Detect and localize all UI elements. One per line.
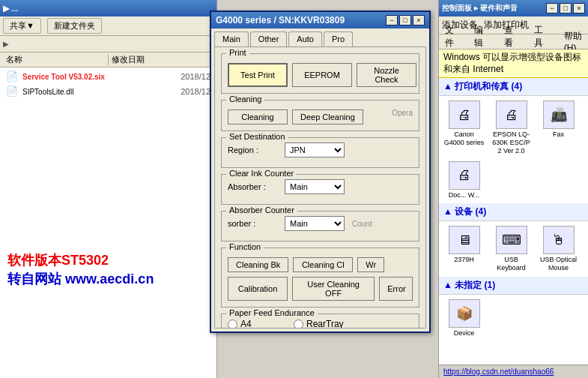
print-buttons: Test Print EEPROM Nozzle Check: [228, 63, 413, 87]
device-mouse[interactable]: 🖱 USB Optical Mouse: [538, 226, 579, 272]
tab-main[interactable]: Main: [214, 32, 249, 46]
region-select[interactable]: JPN USA: [285, 142, 345, 158]
explorer-toolbar: 共享▼ 新建文件夹: [0, 16, 216, 36]
fax-label: Fax: [553, 130, 564, 139]
set-destination-label: Set Destination: [226, 132, 288, 141]
radio-col-2: RearTray Cassette Cassette2: [294, 319, 354, 328]
sorber-select[interactable]: Main Sub: [285, 216, 345, 231]
unspecified-label: Device: [454, 329, 475, 338]
col-date[interactable]: 修改日期: [109, 54, 214, 65]
device-fax[interactable]: 📠 Fax: [538, 100, 579, 154]
file-item[interactable]: 📄 Service Tool V53.02.six 2018/12: [0, 69, 216, 84]
maximize-button[interactable]: □: [399, 15, 411, 26]
device-2379h[interactable]: 🖥 2379H: [443, 226, 485, 272]
column-headers: 名称 修改日期: [0, 52, 216, 68]
control-panel-title: 控制面板 ▸ 硬件和声音: [442, 3, 518, 14]
absorber-label: Absorber :: [228, 182, 280, 191]
clear-ink-section: Clear Ink Counter Absorber : Main Sub: [221, 174, 419, 205]
file-icon-2: 📄: [6, 86, 18, 98]
explorer-panel: ▶ ... 共享▼ 新建文件夹 ▶ 名称 修改日期 📄 Service Tool…: [0, 0, 217, 378]
dialog-titlebar: G4000 series / SN:KKVR03809 − □ ×: [211, 12, 429, 28]
radio-col-1: A4 Duplex Hagaki A3: [228, 319, 288, 328]
keyboard-label: USB Keyboard: [491, 256, 532, 272]
function-section-label: Function: [226, 242, 264, 251]
mouse-icon: 🖱: [543, 226, 575, 254]
unspecified-section-header[interactable]: ▲ 未指定 (1): [439, 277, 588, 295]
minimize-button[interactable]: −: [386, 15, 398, 26]
tab-pro[interactable]: Pro: [324, 32, 353, 46]
file-date-1: 2018/12: [181, 87, 210, 96]
epson-icon: 🖨: [496, 100, 527, 129]
info-text: Windows 可以显示增强型设备图标和来自 Internet: [443, 52, 581, 74]
dialog-tabs: Main Other Auto Pro: [211, 28, 429, 46]
mouse-label: USB Optical Mouse: [538, 256, 579, 272]
region-label: Region :: [228, 146, 280, 154]
cleaning-bk-button[interactable]: Cleaning Bk: [228, 257, 288, 272]
radio-a4[interactable]: A4: [228, 319, 288, 328]
paper-feed-section: Paper Feed Endurance A4 Duplex Hagaki A3…: [221, 314, 419, 328]
dialog-title: G4000 series / SN:KKVR03809: [216, 15, 345, 26]
calibration-button[interactable]: Calibration: [228, 277, 288, 301]
devices-section-header[interactable]: ▲ 设备 (4): [439, 203, 588, 221]
address-bar: ▶: [0, 36, 216, 52]
function-row1: Cleaning Bk Cleaning Cl Wr: [228, 257, 413, 272]
device-canon[interactable]: 🖨 Canon G4000 series: [443, 100, 485, 154]
cleaning-buttons: Cleaning Deep Cleaning: [228, 110, 363, 124]
deep-cleaning-button[interactable]: Deep Cleaning: [292, 110, 363, 124]
cleaning-section-label: Cleaning: [226, 94, 264, 104]
file-name-0: Service Tool V53.02.six: [22, 73, 176, 81]
device-keyboard[interactable]: ⌨ USB Keyboard: [491, 226, 532, 272]
device-2379h-icon: 🖥: [449, 226, 480, 254]
file-item[interactable]: 📄 SIPToolsLite.dll 2018/12: [0, 84, 216, 99]
device-unspecified[interactable]: 📦 Device: [443, 299, 485, 338]
operation-label: Opera: [392, 105, 413, 117]
epson-label: EPSON LQ-630K ESC/P 2 Ver 2.0: [491, 130, 532, 154]
device-epson[interactable]: 🖨 EPSON LQ-630K ESC/P 2 Ver 2.0: [491, 100, 532, 154]
keyboard-icon: ⌨: [496, 226, 527, 254]
dialog-title-buttons: − □ ×: [386, 15, 425, 26]
printers-section-header[interactable]: ▲ 打印机和传真 (4): [439, 78, 588, 96]
error-button[interactable]: Error: [379, 277, 413, 301]
function-section: Function Cleaning Bk Cleaning Cl Wr Cali…: [221, 248, 419, 308]
printers-grid: 🖨 Canon G4000 series 🖨 EPSON LQ-630K ESC…: [439, 96, 588, 203]
radio-reartray[interactable]: RearTray: [294, 319, 354, 328]
misc-label: Doc... W...: [449, 191, 480, 200]
absorber-counter-label: Absorber Counter: [226, 206, 297, 214]
right-minimize-button[interactable]: −: [546, 3, 558, 14]
devices-grid: 🖥 2379H ⌨ USB Keyboard 🖱 USB Optical Mou…: [439, 221, 588, 277]
misc-icon: 🖨: [449, 161, 480, 190]
status-link[interactable]: https://blog.csdn.net/duanshao66: [443, 368, 554, 376]
explorer-titlebar: ▶ ...: [0, 0, 216, 16]
eeprom-button[interactable]: EEPROM: [292, 63, 352, 87]
share-button[interactable]: 共享▼: [3, 18, 41, 34]
right-maximize-button[interactable]: □: [560, 3, 572, 14]
user-cleaning-off-button[interactable]: User Cleaning OFF: [292, 277, 375, 301]
absorber-counter-section: Absorber Counter sorber : Main Sub Count: [221, 211, 419, 242]
new-folder-button[interactable]: 新建文件夹: [47, 18, 102, 34]
sorber-row: sorber : Main Sub Count: [228, 216, 413, 231]
clear-ink-label: Clear Ink Counter: [226, 169, 297, 178]
cleaning-cl-button[interactable]: Cleaning Cl: [293, 257, 353, 272]
set-destination-section: Set Destination Region : JPN USA: [221, 137, 419, 168]
printer-dialog: G4000 series / SN:KKVR03809 − □ × Main O…: [210, 10, 431, 333]
unspecified-grid: 📦 Device: [439, 295, 588, 342]
cleaning-button[interactable]: Cleaning: [228, 110, 288, 124]
fax-icon: 📠: [543, 100, 575, 129]
tab-other[interactable]: Other: [250, 32, 288, 46]
col-name[interactable]: 名称: [3, 54, 109, 65]
right-close-button[interactable]: ×: [573, 3, 585, 14]
file-date-0: 2018/12: [181, 72, 210, 81]
close-button[interactable]: ×: [413, 15, 425, 26]
absorber-select[interactable]: Main Sub: [285, 179, 345, 194]
right-title-buttons: − □ ×: [546, 3, 585, 14]
file-icon: 📄: [6, 70, 18, 82]
function-row2: Calibration User Cleaning OFF Error: [228, 277, 413, 301]
file-name-1: SIPToolsLite.dll: [22, 88, 176, 96]
device-misc[interactable]: 🖨 Doc... W...: [443, 161, 485, 200]
nozzle-check-button[interactable]: Nozzle Check: [357, 63, 416, 87]
wr-button[interactable]: Wr: [357, 257, 384, 272]
paper-feed-label: Paper Feed Endurance: [226, 308, 318, 317]
test-print-button[interactable]: Test Print: [228, 63, 288, 87]
info-bar: Windows 可以显示增强型设备图标和来自 Internet: [439, 50, 588, 78]
tab-auto[interactable]: Auto: [288, 32, 322, 46]
